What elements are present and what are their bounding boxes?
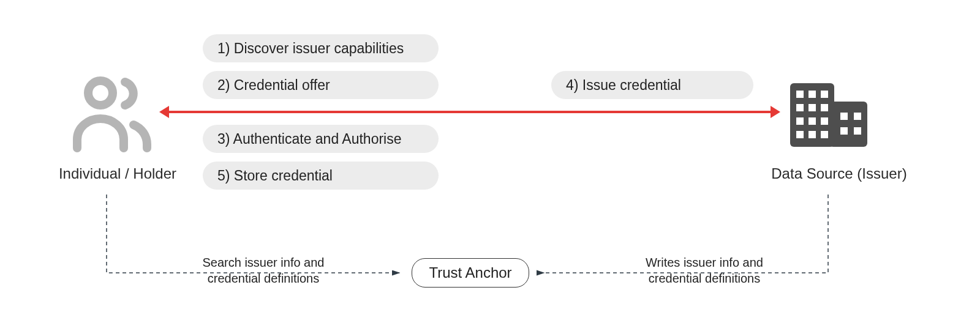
right-conn-line1: Writes issuer info and (646, 256, 763, 269)
svg-rect-10 (796, 117, 804, 125)
svg-rect-16 (840, 113, 848, 120)
svg-rect-18 (840, 127, 848, 135)
holder-label: Individual / Holder (50, 165, 185, 182)
building-icon (785, 70, 871, 155)
diagram-stage: Individual / Holder (0, 0, 980, 323)
bidirectional-arrow (168, 111, 772, 113)
svg-rect-19 (854, 127, 861, 135)
svg-rect-7 (796, 104, 804, 111)
person-icon (66, 69, 152, 154)
left-conn-line1: Search issuer info and (202, 256, 324, 269)
svg-point-0 (88, 81, 113, 105)
step-5-pill: 5) Store credential (203, 162, 439, 190)
svg-rect-8 (809, 104, 816, 111)
svg-rect-5 (809, 91, 816, 98)
svg-rect-15 (821, 131, 828, 138)
svg-rect-4 (796, 91, 804, 98)
svg-rect-11 (809, 117, 816, 125)
step-2-pill: 2) Credential offer (203, 71, 439, 99)
issuer-label: Data Source (Issuer) (760, 165, 919, 182)
svg-rect-6 (821, 91, 828, 98)
step-3-pill: 3) Authenticate and Authorise (203, 125, 439, 153)
left-conn-line2: credential definitions (208, 272, 319, 285)
svg-rect-9 (821, 104, 828, 111)
step-1-pill: 1) Discover issuer capabilities (203, 34, 439, 62)
svg-rect-13 (796, 131, 804, 138)
step-4-pill: 4) Issue credential (551, 71, 753, 99)
svg-rect-17 (854, 113, 861, 120)
svg-rect-12 (821, 117, 828, 125)
right-conn-line2: credential definitions (649, 272, 760, 285)
left-connector-label: Search issuer info and credential defini… (178, 254, 349, 286)
trust-anchor-node: Trust Anchor (412, 258, 529, 288)
svg-rect-14 (809, 131, 816, 138)
right-connector-label: Writes issuer info and credential defini… (619, 254, 790, 286)
svg-rect-3 (834, 106, 862, 142)
